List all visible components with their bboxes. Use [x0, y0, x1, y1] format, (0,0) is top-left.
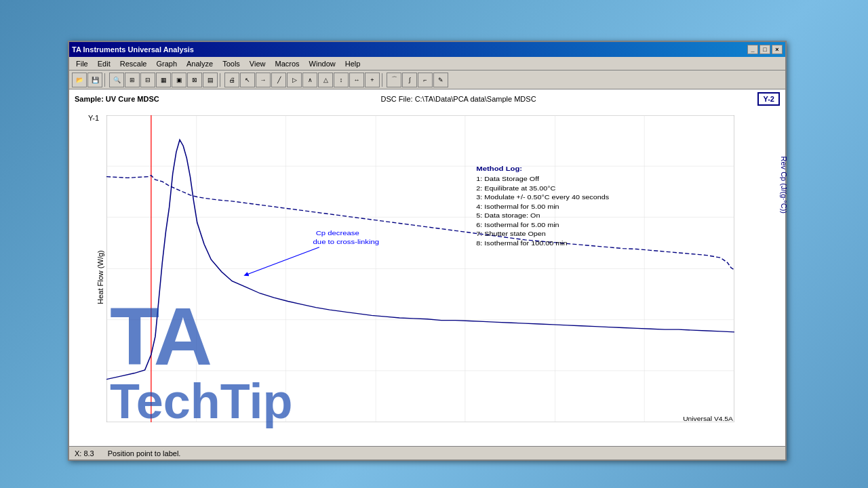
dsc-file: DSC File: C:\TA\Data\PCA data\Sample MDS… [381, 95, 536, 103]
graph-header: Sample: UV Cure MDSC DSC File: C:\TA\Dat… [69, 89, 785, 108]
svg-text:1: Data Storage Off: 1: Data Storage Off [476, 176, 539, 182]
toolbar-separator-1 [104, 73, 107, 87]
toolbar-tangent[interactable]: ∧ [302, 73, 317, 87]
minimize-button[interactable]: _ [747, 45, 758, 54]
svg-text:Cp decrease: Cp decrease [316, 228, 359, 236]
toolbar-vert[interactable]: ↕ [334, 73, 349, 87]
toolbar-open[interactable]: 📂 [72, 73, 87, 87]
toolbar-btn7[interactable]: ▤ [203, 73, 218, 87]
window-title: TA Instruments Universal Analysis [72, 45, 194, 54]
svg-text:8: Isothermal for 100.00 min: 8: Isothermal for 100.00 min [476, 240, 567, 247]
svg-text:4: Isothermal for 5.00 min: 4: Isothermal for 5.00 min [476, 203, 559, 209]
toolbar-select[interactable]: ▷ [287, 73, 302, 87]
svg-text:7: Shutter state Open: 7: Shutter state Open [476, 230, 545, 237]
toolbar-arrow[interactable]: → [256, 73, 271, 87]
menubar: File Edit Rescale Graph Analyze Tools Vi… [69, 57, 785, 70]
toolbar-onset[interactable]: ⌐ [418, 73, 433, 87]
svg-text:6: Isothermal for 5.00 min: 6: Isothermal for 5.00 min [476, 221, 559, 228]
svg-text:Method Log:: Method Log: [476, 164, 522, 171]
toolbar-integrate[interactable]: ∫ [402, 73, 417, 87]
menu-graph[interactable]: Graph [152, 59, 181, 68]
toolbar-line[interactable]: ╱ [271, 73, 286, 87]
toolbar-print[interactable]: 🖨 [224, 73, 239, 87]
menu-tools[interactable]: Tools [218, 59, 244, 68]
svg-text:2: Equilibrate at 35.00°C: 2: Equilibrate at 35.00°C [476, 184, 555, 191]
menu-macros[interactable]: Macros [271, 59, 304, 68]
graph-area: Heat Flow (W/g) Y-1 [69, 108, 785, 446]
menu-view[interactable]: View [245, 59, 270, 68]
menu-help[interactable]: Help [341, 59, 365, 68]
toolbar: 📂 💾 🔍 ⊞ ⊟ ▦ ▣ ⊠ ▤ 🖨 ↖ → ╱ ▷ ∧ △ ↕ ↔ + ⌒ … [69, 70, 785, 89]
toolbar-separator-2 [220, 73, 222, 87]
toolbar-peak[interactable]: ⌒ [387, 73, 401, 87]
toolbar-zoom2[interactable]: ⊞ [125, 73, 140, 87]
content-area: Sample: UV Cure MDSC DSC File: C:\TA\Dat… [69, 89, 785, 460]
status-hint: Position point to label. [108, 449, 181, 458]
y1-axis-label: Heat Flow (W/g) [96, 250, 104, 304]
titlebar: TA Instruments Universal Analysis _ □ × [69, 42, 785, 57]
menu-file[interactable]: File [72, 59, 92, 68]
toolbar-save[interactable]: 💾 [87, 73, 102, 87]
menu-analyze[interactable]: Analyze [182, 59, 217, 68]
toolbar-btn3[interactable]: ⊟ [140, 73, 155, 87]
svg-text:3: Modulate +/- 0.50°C every 4: 3: Modulate +/- 0.50°C every 40 seconds [476, 194, 609, 201]
toolbar-separator-3 [382, 73, 384, 87]
x-coord: X: 8.3 [75, 449, 94, 458]
svg-text:due to cross-linking: due to cross-linking [313, 238, 380, 245]
y1-top-label: Y-1 [88, 114, 99, 122]
main-window: TA Instruments Universal Analysis _ □ × … [68, 41, 787, 461]
close-button[interactable]: × [772, 45, 783, 54]
svg-text:Universal V4.5A: Universal V4.5A [683, 415, 733, 422]
y2-label-box[interactable]: Y-2 [757, 92, 780, 106]
toolbar-cursor[interactable]: ↖ [240, 73, 255, 87]
y2-axis-label: Rev Cp (J/(g·°C)) [780, 157, 788, 214]
menu-edit[interactable]: Edit [94, 59, 115, 68]
sample-name: Sample: UV Cure MDSC [75, 95, 159, 103]
toolbar-zoom[interactable]: 🔍 [109, 73, 124, 87]
menu-rescale[interactable]: Rescale [116, 59, 151, 68]
toolbar-triangle[interactable]: △ [318, 73, 333, 87]
statusbar: X: 8.3 Position point to label. [69, 446, 785, 460]
toolbar-btn4[interactable]: ▦ [156, 73, 171, 87]
toolbar-note[interactable]: ✎ [433, 73, 448, 87]
chart-svg: 0.10 0.08 0.06 0.04 0.02 0.00 1.00 0.98 … [106, 115, 734, 422]
titlebar-buttons: _ □ × [747, 45, 783, 54]
toolbar-btn6[interactable]: ⊠ [187, 73, 202, 87]
toolbar-horiz[interactable]: ↔ [349, 73, 364, 87]
menu-window[interactable]: Window [305, 59, 340, 68]
toolbar-plus[interactable]: + [365, 73, 380, 87]
maximize-button[interactable]: □ [760, 45, 770, 54]
svg-text:5: Data storage: On: 5: Data storage: On [476, 212, 540, 219]
toolbar-btn5[interactable]: ▣ [172, 73, 186, 87]
